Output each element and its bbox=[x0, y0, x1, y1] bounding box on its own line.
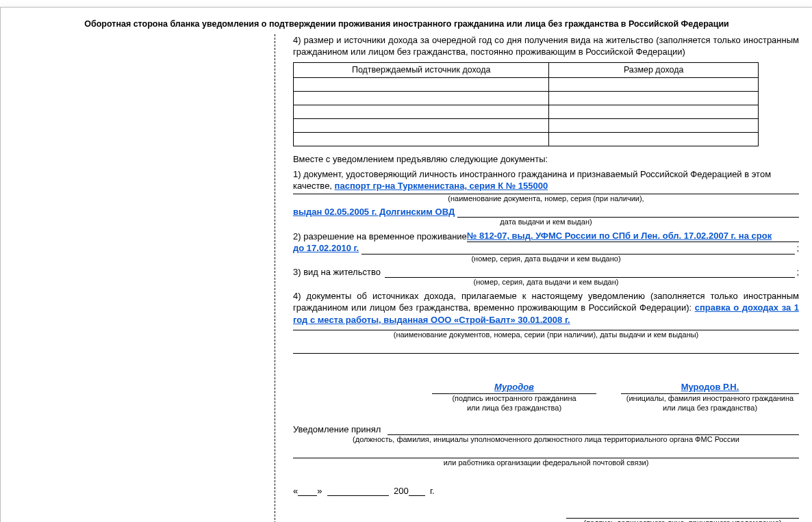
income-col2: Размер дохода bbox=[549, 62, 759, 77]
doc2: 2) разрешение на временное проживание № … bbox=[293, 230, 799, 243]
accept-hint2: или работника организации федеральной по… bbox=[293, 458, 799, 467]
doc1: 1) документ, удостоверяющий личность ино… bbox=[293, 168, 799, 192]
signature-surname: Муродов bbox=[432, 381, 596, 394]
accept-label: Уведомление принял bbox=[293, 423, 381, 436]
doc2-value-part2: до 17.02.2010 г. bbox=[293, 242, 359, 255]
doc4: 4) документы об источниках дохода, прила… bbox=[293, 290, 799, 326]
signatures: Муродов (подпись иностранного гражданина… bbox=[293, 381, 799, 412]
official-signature: (подпись должностного лица, принявшего у… bbox=[566, 508, 799, 522]
doc4-hint: (наименование документов, номера, серии … bbox=[293, 330, 799, 339]
accept-hint1: (должность, фамилия, инициалы уполномоче… bbox=[293, 435, 799, 444]
documents-intro: Вместе с уведомлением предъявляю следующ… bbox=[293, 153, 799, 166]
signature-initials: Муродов Р.Н. bbox=[621, 381, 799, 394]
item-4-income: 4) размер и источники дохода за очередно… bbox=[293, 34, 799, 58]
tear-off-stub bbox=[14, 34, 275, 522]
doc3-hint: (номер, серия, дата выдачи и кем выдан) bbox=[293, 278, 799, 287]
doc3: 3) вид на жительство ; bbox=[293, 266, 799, 278]
doc1-hint2: дата выдачи и кем выдан) bbox=[293, 218, 799, 226]
main-content: 4) размер и источники дохода за очередно… bbox=[275, 34, 799, 522]
doc3-label: 3) вид на жительство bbox=[293, 266, 381, 278]
doc1-value: паспорт гр-на Туркменистана, серия К № 1… bbox=[335, 181, 548, 191]
doc1-hint: (наименование документа, номер, серия (п… bbox=[293, 194, 799, 203]
page-title: Оборотная сторона бланка уведомления о п… bbox=[14, 18, 799, 30]
date-line: «» 200 г. bbox=[293, 486, 799, 496]
income-table: Подтверждаемый источник дохода Размер до… bbox=[293, 62, 759, 146]
document-sheet: Оборотная сторона бланка уведомления о п… bbox=[0, 7, 812, 522]
accepted-by: Уведомление принял bbox=[293, 423, 799, 436]
doc2-value-part1: № 812-07, выд. УФМС России по СПб и Лен.… bbox=[467, 230, 799, 243]
doc2-label: 2) разрешение на временное проживание bbox=[293, 231, 467, 243]
income-col1: Подтверждаемый источник дохода bbox=[294, 62, 549, 77]
doc2-hint: (номер, серия, дата выдачи и кем выдано) bbox=[293, 255, 799, 263]
doc1-issued: выдан 02.05.2005 г. Долгинским ОВД bbox=[293, 206, 455, 218]
